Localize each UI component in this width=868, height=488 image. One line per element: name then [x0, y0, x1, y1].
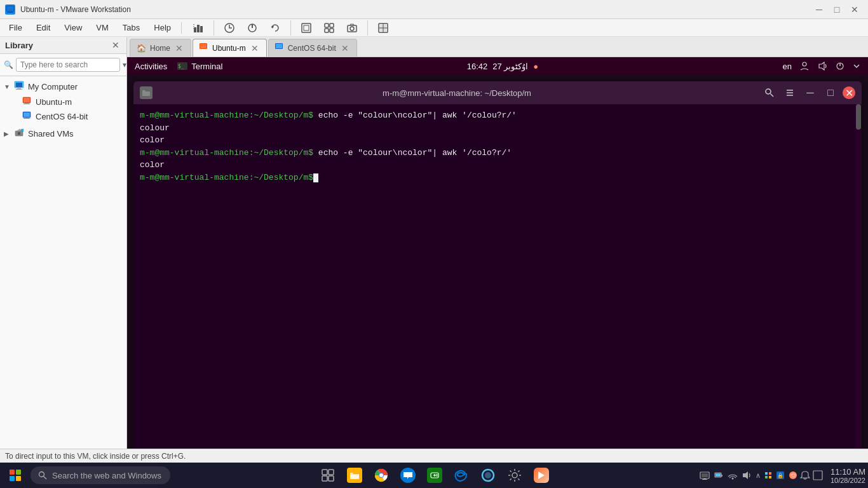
menu-tabs[interactable]: Tabs — [116, 21, 146, 34]
term-prompt-1: m-m@mm-virtual-machine:~/Desktop/m$ — [140, 111, 313, 120]
toolbar-restart-btn[interactable] — [265, 18, 285, 37]
tray-icon-3 — [764, 471, 772, 479]
taskbar-file-explorer[interactable] — [342, 464, 367, 487]
tab-ubuntu-icon — [200, 43, 208, 53]
tab-home[interactable]: 🏠 Home ✕ — [130, 39, 191, 57]
svg-line-51 — [771, 94, 774, 97]
svg-rect-15 — [304, 25, 309, 30]
search-input[interactable] — [16, 58, 120, 72]
extra-app-icon — [534, 468, 549, 483]
svg-text:🔒: 🔒 — [777, 472, 783, 478]
maximize-button[interactable]: □ — [829, 3, 845, 16]
taskbar-search-icon — [38, 471, 47, 480]
svg-rect-19 — [330, 29, 334, 32]
main-content: Library ✕ 🔍 ▾ ▼ My Computer — [0, 37, 868, 449]
ubuntu-date: 27 اوُکٹوبر — [492, 62, 528, 71]
svg-rect-16 — [325, 24, 329, 27]
taskbar-cortana[interactable] — [475, 464, 501, 487]
taskbar-chrome[interactable] — [369, 464, 394, 487]
taskbar-messaging[interactable] — [395, 464, 421, 487]
close-button[interactable]: ✕ — [846, 3, 863, 16]
shared-vms-label: Shared VMs — [28, 129, 74, 139]
tree-item-shared[interactable]: ▶ Shared VMs — [0, 126, 126, 141]
status-bar: To direct input to this VM, click inside… — [0, 449, 868, 463]
tray-icon-5: 🛡 — [789, 471, 797, 480]
toolbar-suspend-btn[interactable] — [219, 18, 240, 37]
terminal-window-container[interactable]: m-m@mm-virtual-machine: ~/Desktop/m — [127, 75, 868, 449]
clock-date: 10/28/2022 — [831, 477, 865, 484]
sidebar-close-button[interactable]: ✕ — [110, 39, 121, 51]
ubuntu-menu-arrow-icon — [853, 62, 860, 70]
tree-item-centos[interactable]: CentOS 64-bit — [0, 109, 126, 124]
terminal-title: m-m@mm-virtual-machine: ~/Desktop/m — [383, 87, 531, 98]
tab-home-label: Home — [150, 44, 170, 53]
taskbar-search[interactable]: Search the web and Windows — [31, 466, 170, 484]
windows-taskbar: Search the web and Windows — [0, 463, 868, 488]
terminal-maximize-btn[interactable]: □ — [822, 86, 839, 100]
ubuntu-activities[interactable]: Activities — [135, 62, 167, 71]
terminal-minimize-btn[interactable]: ─ — [802, 86, 818, 100]
svg-rect-77 — [721, 475, 722, 477]
cortana-icon — [480, 468, 496, 483]
toolbar-chart-btn[interactable] — [188, 18, 208, 37]
term-prompt-3: m-m@mm-virtual-machine:~/Desktop/m$ — [140, 173, 313, 182]
terminal-scrollbar[interactable] — [855, 104, 862, 449]
taskbar-task-view[interactable] — [315, 464, 341, 487]
toolbar-power-btn[interactable] — [242, 18, 262, 37]
terminal-line-2: m-m@mm-virtual-machine:~/Desktop/m$ echo… — [140, 147, 855, 159]
menu-file[interactable]: File — [3, 21, 29, 34]
start-button[interactable] — [3, 464, 28, 487]
svg-rect-80 — [765, 472, 768, 475]
toolbar-unity-btn[interactable] — [319, 18, 339, 37]
svg-point-70 — [485, 472, 491, 478]
menu-vm[interactable]: VM — [90, 21, 115, 34]
menu-help[interactable]: Help — [147, 21, 177, 34]
tab-ubuntu-close[interactable]: ✕ — [250, 43, 260, 53]
ubuntu-lang[interactable]: en — [783, 62, 792, 71]
tab-home-close[interactable]: ✕ — [174, 43, 184, 53]
library-title: Library — [5, 41, 33, 50]
taskbar-app-extra[interactable] — [529, 464, 554, 487]
toolbar-sep-1 — [214, 20, 214, 36]
terminal-window[interactable]: m-m@mm-virtual-machine: ~/Desktop/m — [133, 81, 862, 449]
terminal-close-btn[interactable]: ✕ — [843, 86, 855, 99]
show-desktop-icon[interactable] — [813, 470, 823, 480]
terminal-search-btn[interactable] — [761, 86, 778, 100]
vm-display-area[interactable]: Activities $_ Terminal 16:42 27 اوُکٹوبر… — [127, 57, 868, 449]
tab-ubuntu-label: Ubuntu-m — [212, 44, 246, 53]
toolbar-view-btn[interactable] — [373, 18, 393, 37]
toolbar-fullscreen-btn[interactable] — [296, 18, 316, 37]
taskbar-clock[interactable]: 11:10 AM 10/28/2022 — [831, 467, 865, 484]
ubuntu-volume-icon — [817, 61, 827, 71]
svg-point-67 — [437, 474, 438, 475]
tabs-area: 🏠 Home ✕ Ubuntu-m ✕ — [127, 37, 868, 449]
terminal-body[interactable]: m-m@mm-virtual-machine:~/Desktop/m$ echo… — [133, 104, 862, 449]
notification-icon[interactable] — [800, 470, 810, 480]
tab-ubuntu[interactable]: Ubuntu-m ✕ — [193, 39, 267, 57]
svg-text:🛡: 🛡 — [791, 473, 796, 478]
svg-rect-44 — [276, 44, 282, 48]
terminal-hamburger-btn[interactable] — [782, 86, 798, 100]
svg-rect-58 — [329, 470, 334, 475]
svg-text:$_: $_ — [178, 64, 184, 69]
tree-item-ubuntu[interactable]: Ubuntu-m — [0, 95, 126, 109]
taskbar-right: ∧ 🔒 🛡 11:10 AM — [700, 467, 865, 484]
tray-volume-icon — [742, 470, 752, 480]
tree-item-my-computer[interactable]: ▼ My Computer — [0, 79, 126, 95]
taskbar-gaming[interactable] — [422, 464, 447, 487]
taskbar-edge[interactable] — [449, 464, 474, 487]
ubuntu-dot: ● — [533, 62, 538, 71]
svg-rect-73 — [702, 473, 708, 477]
menu-edit[interactable]: Edit — [30, 21, 57, 34]
minimize-button[interactable]: ─ — [811, 3, 827, 16]
taskbar-settings[interactable] — [502, 464, 527, 487]
menu-view[interactable]: View — [58, 21, 88, 34]
tab-centos[interactable]: CentOS 64-bit ✕ — [268, 39, 357, 57]
svg-point-71 — [512, 473, 517, 478]
term-cmd-2: echo -e "colour\ncolor"| awk '/colo?r/' — [313, 148, 512, 158]
tab-centos-close[interactable]: ✕ — [340, 43, 350, 53]
search-dropdown-icon[interactable]: ▾ — [123, 60, 126, 69]
my-computer-label: My Computer — [28, 82, 78, 92]
toolbar-snapshot-btn[interactable] — [342, 18, 362, 37]
taskbar-left: Search the web and Windows — [3, 464, 170, 487]
